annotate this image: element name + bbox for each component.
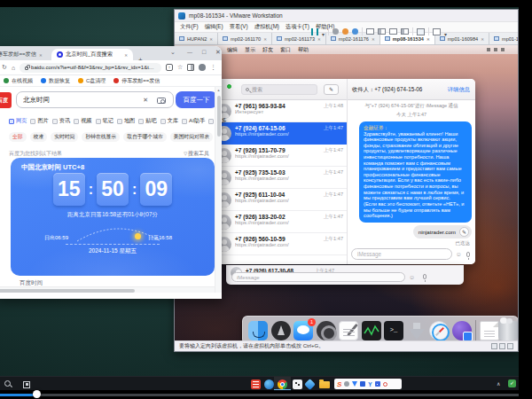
baidu-nav-item[interactable]: 文库 [160,117,178,125]
bookmark-item[interactable]: 数据恢复 [41,77,70,85]
camera-icon[interactable] [157,98,166,104]
close-icon[interactable] [124,51,128,58]
bookmark-item[interactable]: 在线视频 [4,77,33,85]
scrollbar-thumb[interactable] [217,96,221,137]
document-icon[interactable] [480,321,499,340]
tray-grid-icon[interactable] [375,381,380,387]
baidu-nav-item[interactable]: AI助手 [182,117,205,125]
microphone-icon[interactable] [423,274,426,279]
pause-icon[interactable] [311,28,318,35]
details-link[interactable]: 详细信息 [448,86,470,94]
taskbar-chrome-active[interactable] [274,377,291,391]
textedit-icon[interactable] [339,321,358,340]
network-circle-icon[interactable] [352,28,358,35]
minimize-button[interactable] [187,49,192,55]
tray-red-ring-icon[interactable] [383,382,387,387]
conversation-item[interactable]: +7 (961) 963-93-84 上午1:48 Интересует [212,100,347,122]
chevron-down-icon[interactable] [444,24,447,40]
conversation-item[interactable]: +7 (925) 735-15-03 上午1:47 https://ninjat… [212,167,347,189]
sogou-ime-icon[interactable]: S [337,380,341,388]
layout-split-icon[interactable] [378,28,386,35]
suspend-circle-icon[interactable] [342,28,348,35]
vmware-vm-tab[interactable]: HUPAN2 [175,33,218,44]
baidu-nav-item[interactable]: 资讯 [52,117,70,125]
reload-icon[interactable] [2,64,7,71]
baidu-nav-item[interactable]: 图片 [30,117,48,125]
taskbar-white-app-icon[interactable] [293,379,302,389]
close-icon[interactable] [39,51,43,58]
video-scrubber[interactable] [0,390,532,399]
search-icon[interactable] [4,380,11,387]
tray-down-arrow-icon[interactable] [352,381,357,387]
downloads-stack-icon[interactable] [407,321,426,340]
conversation-item[interactable]: +7 (926) 151-70-79 上午1:47 https://ninjat… [212,145,347,167]
network-app-icon[interactable] [452,321,472,340]
vmware-menu-item[interactable]: 选项卡(T) [286,23,309,31]
baidu-search-box[interactable] [16,91,174,108]
vertical-scrollbar[interactable]: ▲ [215,87,222,293]
macos-menu-item[interactable]: 显示 [245,46,255,54]
filter-chip[interactable]: 实时时间 [51,132,78,142]
scroll-up-arrow[interactable]: ▲ [217,88,221,92]
trash-icon[interactable] [498,321,518,340]
tab-search-icon[interactable] [170,49,176,56]
imessage-input[interactable]: iMessage [231,272,405,282]
link-preview-bubble[interactable]: ninjatrader.com [413,225,472,239]
baidu-nav-item[interactable]: 地图 [117,117,135,125]
baidu-nav-item[interactable]: 笔记 [96,117,113,125]
conversation-item[interactable]: +7 (926) 183-20-02 上午1:47 https://ninjat… [212,211,347,233]
baidu-search-button[interactable]: 百度一下 [176,91,217,108]
filter-chip[interactable]: 取自于哪个城市 [123,132,167,142]
filter-chip[interactable]: 校准 [30,132,48,142]
vmware-vm-tab[interactable]: mp02-161170 [218,33,272,44]
browser-tab-active[interactable]: 北京时间_百度搜索 [51,49,133,60]
layout-fullscreen-icon[interactable] [389,28,397,35]
taskbar-red-app-icon[interactable] [251,379,261,389]
profile-avatar[interactable] [199,64,206,71]
horizontal-scrollbar[interactable] [0,286,215,293]
vmware-status-icons[interactable] [491,343,513,349]
browser-tab-background[interactable]: 停车发邮==发信 [0,49,50,60]
menu-dots-icon[interactable] [210,64,216,71]
side-panel-icon[interactable] [187,64,194,71]
macos-menu-item[interactable]: 帮助 [298,46,309,54]
scrubber-track[interactable] [0,394,519,396]
baidu-nav-item[interactable]: 视频 [74,117,91,125]
close-icon[interactable] [263,36,267,42]
activity-monitor-icon[interactable] [362,321,381,340]
baidu-search-input[interactable] [17,92,141,107]
safari-icon[interactable] [429,321,449,340]
scrubber-knob[interactable] [33,390,41,398]
chevron-down-icon[interactable] [322,24,325,40]
conversation-item[interactable]: +7 (926) 560-10-59 上午1:47 https://ninjat… [212,233,347,255]
emoji-icon[interactable] [456,251,462,257]
imessage-input[interactable]: iMessage [351,248,452,260]
security-shield-icon[interactable] [508,379,516,387]
search-tools[interactable]: 搜索工具 [184,150,209,158]
vmware-menu-item[interactable]: 文件(F) [180,23,199,31]
layout-single-icon[interactable] [366,28,374,35]
share-icon[interactable]: ↑ [166,64,173,71]
conversation-item[interactable]: +7 (925) 611-10-04 上午1:47 https://ninjat… [212,189,347,211]
macos-menubar-status-icons[interactable] [487,48,505,51]
close-icon[interactable] [481,36,484,42]
vmware-menu-item[interactable]: 编辑(E) [205,23,223,31]
emoji-icon[interactable] [409,274,415,280]
vmware-titlebar[interactable]: mp08-161534 - VMware Workstation [175,10,518,21]
baidu-nav-item[interactable]: 网页 [9,117,27,125]
display-settings-icon[interactable] [433,28,441,35]
macos-menu-item[interactable]: 好友 [262,46,273,54]
scrollbar-thumb[interactable] [0,289,135,293]
filter-chip[interactable]: 秒钟在线显示 [82,132,120,142]
home-icon[interactable] [12,65,15,71]
messages-icon[interactable]: 1 [293,321,313,340]
tray-gray-icon[interactable] [344,381,349,387]
filter-chip[interactable]: 全部 [9,132,27,142]
finder-icon[interactable] [248,321,268,340]
file-explorer-icon[interactable] [319,381,330,388]
chevron-up-icon[interactable] [497,380,500,387]
bookmark-item[interactable]: 停车发邮==发信 [113,77,160,85]
taskbar-crystal-app-icon[interactable] [304,379,316,390]
vmware-menu-item[interactable]: 虚拟机(M) [254,23,279,31]
vmware-vm-tab[interactable]: mp01-160986 [489,33,518,44]
